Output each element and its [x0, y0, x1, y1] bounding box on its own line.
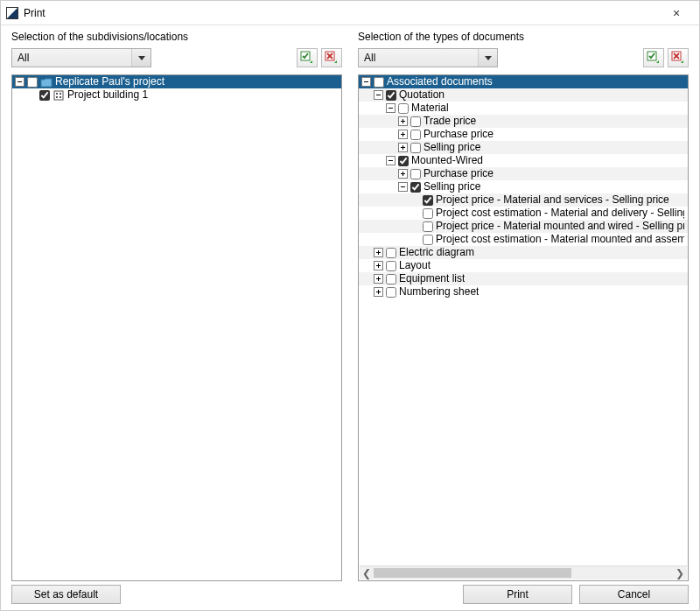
- expand-icon[interactable]: [398, 169, 408, 179]
- close-button[interactable]: ×: [659, 4, 694, 23]
- tree-row[interactable]: Project price - Material mounted and wir…: [359, 220, 688, 233]
- tree-checkbox[interactable]: [423, 221, 433, 232]
- tree-row[interactable]: Replicate Paul's project: [12, 75, 341, 88]
- tree-checkbox[interactable]: [39, 90, 50, 101]
- close-icon: ×: [673, 6, 680, 20]
- app-icon: [6, 7, 18, 19]
- tree-checkbox[interactable]: [398, 103, 409, 114]
- tree-checkbox[interactable]: [410, 130, 421, 140]
- window-title: Print: [24, 7, 659, 19]
- tree-row[interactable]: Mounted-Wired: [359, 154, 688, 167]
- collapse-icon[interactable]: [398, 182, 408, 192]
- tree-checkbox[interactable]: [386, 90, 396, 101]
- tree-checkbox[interactable]: [410, 169, 421, 179]
- combo-text: All: [12, 49, 131, 67]
- chevron-down-icon: [478, 49, 497, 67]
- tree-checkbox[interactable]: [386, 287, 396, 298]
- tree-row[interactable]: Project cost estimation - Material and d…: [359, 207, 688, 220]
- locations-uncheck-all-button[interactable]: [321, 48, 342, 67]
- locations-tree[interactable]: Replicate Paul's projectProject building…: [11, 74, 342, 581]
- tree-row[interactable]: Purchase price: [359, 167, 688, 180]
- collapse-icon[interactable]: [386, 103, 396, 113]
- expand-icon[interactable]: [398, 116, 408, 126]
- tree-row[interactable]: Project cost estimation - Material mount…: [359, 233, 688, 246]
- tree-checkbox[interactable]: [386, 248, 396, 258]
- documents-tree[interactable]: Associated documentsQuotationMaterialTra…: [358, 74, 689, 581]
- tree-checkbox[interactable]: [410, 143, 421, 153]
- svg-rect-6: [60, 93, 61, 95]
- tree-checkbox[interactable]: [386, 261, 396, 271]
- documents-uncheck-all-button[interactable]: [668, 48, 689, 67]
- expand-icon[interactable]: [398, 130, 408, 139]
- collapse-icon[interactable]: [374, 90, 383, 100]
- tree-checkbox[interactable]: [423, 235, 433, 245]
- tree-label: Project price - Material and services - …: [436, 193, 669, 207]
- building-icon: [52, 90, 65, 101]
- tree-checkbox[interactable]: [410, 182, 421, 193]
- tree-row[interactable]: Quotation: [359, 88, 688, 102]
- expand-icon[interactable]: [374, 274, 383, 284]
- tree-label: Project building 1: [67, 88, 148, 102]
- tree-row[interactable]: Associated documents: [359, 75, 688, 88]
- tree-row[interactable]: Selling price: [359, 141, 688, 154]
- tree-checkbox[interactable]: [410, 116, 421, 127]
- uncheck-all-icon: [671, 51, 685, 65]
- horizontal-scrollbar[interactable]: ❮ ❯: [360, 565, 687, 579]
- tree-label: Quotation: [399, 88, 444, 102]
- tree-label: Project price - Material mounted and wir…: [436, 220, 684, 233]
- svg-rect-5: [56, 93, 58, 95]
- scroll-left-arrow-icon[interactable]: ❮: [360, 566, 374, 580]
- main-area: Selection of the subdivisions/locations …: [1, 25, 699, 581]
- expand-icon[interactable]: [374, 287, 383, 297]
- documents-header: Selection of the types of documents: [358, 29, 689, 46]
- svg-rect-4: [54, 91, 63, 100]
- tree-row[interactable]: Numbering sheet: [359, 285, 688, 298]
- documents-toolbar: All: [358, 46, 689, 69]
- print-button[interactable]: Print: [463, 585, 572, 604]
- chevron-down-icon: [131, 49, 150, 67]
- collapse-icon[interactable]: [15, 77, 24, 87]
- locations-toolbar: All: [11, 46, 342, 69]
- tree-checkbox[interactable]: [27, 77, 38, 88]
- tree-label: Numbering sheet: [399, 285, 479, 298]
- svg-rect-7: [56, 96, 58, 98]
- collapse-icon[interactable]: [361, 77, 371, 87]
- set-as-default-button[interactable]: Set as default: [11, 585, 121, 604]
- combo-text: All: [359, 49, 478, 67]
- tree-label: Material: [411, 102, 449, 115]
- tree-row[interactable]: Purchase price: [359, 128, 688, 141]
- tree-checkbox[interactable]: [398, 156, 409, 166]
- expand-icon[interactable]: [374, 248, 383, 257]
- tree-label: Project cost estimation - Material mount…: [436, 233, 684, 246]
- tree-label: Selling price: [424, 180, 480, 193]
- check-all-icon: [647, 51, 661, 65]
- tree-row[interactable]: Project building 1: [12, 88, 341, 102]
- locations-filter-combo[interactable]: All: [11, 48, 151, 67]
- tree-row[interactable]: Equipment list: [359, 272, 688, 285]
- tree-checkbox[interactable]: [386, 274, 396, 284]
- documents-check-all-button[interactable]: [643, 48, 664, 67]
- tree-row[interactable]: Project price - Material and services - …: [359, 193, 688, 207]
- tree-checkbox[interactable]: [374, 77, 384, 88]
- tree-row[interactable]: Trade price: [359, 115, 688, 128]
- dialog-footer: Set as default Print Cancel: [1, 581, 699, 607]
- scroll-right-arrow-icon[interactable]: ❯: [673, 566, 687, 580]
- tree-row[interactable]: Material: [359, 102, 688, 115]
- tree-row[interactable]: Electric diagram: [359, 246, 688, 259]
- tree-checkbox[interactable]: [423, 208, 433, 219]
- locations-check-all-button[interactable]: [297, 48, 318, 67]
- expand-icon[interactable]: [374, 261, 383, 270]
- check-all-icon: [300, 51, 314, 65]
- expand-icon[interactable]: [398, 143, 408, 152]
- tree-label: Replicate Paul's project: [55, 75, 164, 88]
- collapse-icon[interactable]: [386, 156, 396, 165]
- tree-row[interactable]: Layout: [359, 259, 688, 272]
- tree-label: Electric diagram: [399, 246, 474, 259]
- tree-label: Layout: [399, 259, 430, 272]
- documents-filter-combo[interactable]: All: [358, 48, 498, 67]
- tree-row[interactable]: Selling price: [359, 180, 688, 193]
- tree-checkbox[interactable]: [423, 195, 433, 206]
- scroll-thumb[interactable]: [374, 568, 571, 578]
- tree-label: Selling price: [424, 141, 480, 154]
- cancel-button[interactable]: Cancel: [579, 585, 689, 604]
